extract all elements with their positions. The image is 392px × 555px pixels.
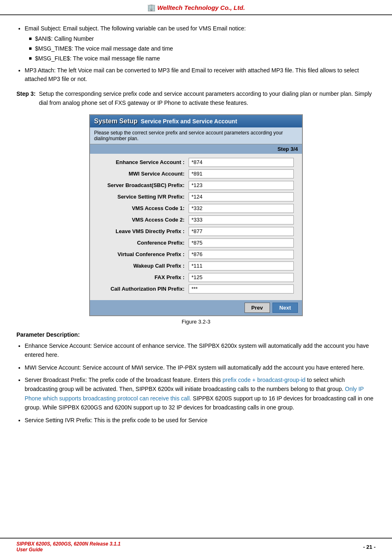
footer-line1: SIPPBX 6200S, 6200GS, 6200N Release 3.1.… bbox=[16, 541, 121, 547]
step3-section: Step 3: Setup the corresponding service … bbox=[16, 89, 376, 108]
field-input[interactable] bbox=[189, 250, 294, 259]
bullet-mp3-attach: MP3 Attach: The left Voice mail can be c… bbox=[25, 66, 376, 83]
field-row: MWI Service Account: bbox=[98, 169, 294, 178]
footer-left: SIPPBX 6200S, 6200GS, 6200N Release 3.1.… bbox=[16, 541, 121, 553]
logo-icon: 🏢 bbox=[147, 4, 156, 12]
page-footer: SIPPBX 6200S, 6200GS, 6200N Release 3.1.… bbox=[0, 538, 392, 555]
param-broadcast: Server Broadcast Prefix: The prefix code… bbox=[25, 375, 376, 412]
field-label: Service Setting IVR Prefix: bbox=[98, 194, 189, 200]
field-input[interactable] bbox=[189, 204, 294, 213]
param-section: Parameter Description: Enhance Service A… bbox=[16, 331, 376, 425]
footer-page-number: - 21 - bbox=[363, 544, 376, 550]
bullet-email-subject: Email Subject: Email subject. The follow… bbox=[25, 24, 376, 63]
setup-fields: Enhance Service Account :MWI Service Acc… bbox=[90, 154, 302, 300]
field-label: Leave VMS Directly Prefix : bbox=[98, 228, 189, 234]
setup-box: System Setup Service Prefix and Service … bbox=[89, 114, 303, 316]
param-service-setting: Service Setting IVR Prefix: This is the … bbox=[25, 416, 376, 425]
param-enhance: Enhance Service Account: Service account… bbox=[25, 341, 376, 360]
field-row: FAX Prefix : bbox=[98, 273, 294, 282]
field-input[interactable] bbox=[189, 227, 294, 236]
email-sub-list: $ANI$: Calling Number $MSG_TIME$: The vo… bbox=[29, 35, 376, 63]
field-label: Conference Prefix: bbox=[98, 240, 189, 246]
field-row: VMS Access Code 2: bbox=[98, 215, 294, 224]
setup-subtitle-inline: Service Prefix and Service Account bbox=[141, 118, 237, 125]
field-row: Leave VMS Directly Prefix : bbox=[98, 227, 294, 236]
field-input[interactable] bbox=[189, 192, 294, 201]
field-row: Virtual Conference Prefix : bbox=[98, 250, 294, 259]
broadcast-highlight1: prefix code + broadcast-group-id bbox=[222, 377, 305, 383]
figure-caption: Figure 3.2-3 bbox=[182, 319, 210, 325]
setup-box-step: Step 3/4 bbox=[90, 144, 302, 154]
main-content: Email Subject: Email subject. The follow… bbox=[0, 20, 392, 432]
field-label: Enhance Service Account : bbox=[98, 159, 189, 165]
field-input[interactable] bbox=[189, 238, 294, 247]
field-row: Wakeup Call Prefix : bbox=[98, 261, 294, 271]
field-input[interactable] bbox=[189, 261, 294, 271]
next-button[interactable]: Next bbox=[272, 303, 298, 313]
field-input[interactable] bbox=[189, 169, 294, 178]
param-title: Parameter Description: bbox=[16, 331, 376, 338]
step3-text: Setup the corresponding service prefix c… bbox=[39, 89, 376, 108]
field-label: VMS Access Code 2: bbox=[98, 217, 189, 223]
field-label: Server Broadcast(SBC) Prefix: bbox=[98, 182, 189, 188]
param-mwi: MWI Service Account: Service account of … bbox=[25, 363, 376, 372]
field-row: Service Setting IVR Prefix: bbox=[98, 192, 294, 201]
top-bullet-list: Email Subject: Email subject. The follow… bbox=[25, 24, 376, 83]
field-label: Virtual Conference Prefix : bbox=[98, 251, 189, 257]
field-label: VMS Access Code 1: bbox=[98, 205, 189, 211]
page-header: 🏢 Welltech Technology Co., Ltd. bbox=[0, 0, 392, 15]
param-list: Enhance Service Account: Service account… bbox=[25, 341, 376, 425]
company-name: Welltech Technology Co., Ltd. bbox=[157, 4, 245, 11]
field-input[interactable] bbox=[189, 215, 294, 224]
step3-label: Step 3: bbox=[16, 89, 36, 108]
sub-item-msg-file: $MSG_FILE$: The voice mail message file … bbox=[29, 54, 376, 63]
setup-box-subheader: Please setup the correct service prefix … bbox=[90, 127, 302, 144]
field-label: FAX Prefix : bbox=[98, 274, 189, 280]
setup-box-wrapper: System Setup Service Prefix and Service … bbox=[16, 114, 376, 325]
field-input[interactable] bbox=[189, 284, 294, 294]
company-logo: 🏢 Welltech Technology Co., Ltd. bbox=[147, 5, 245, 11]
footer-line2: User Guide bbox=[16, 547, 121, 553]
setup-title: System Setup bbox=[94, 118, 138, 125]
setup-box-header: System Setup Service Prefix and Service … bbox=[90, 115, 302, 127]
broadcast-text-before: Server Broadcast Prefix: The prefix code… bbox=[25, 377, 222, 383]
sub-item-msg-time: $MSG_TIME$: The voice mail message date … bbox=[29, 44, 376, 53]
field-row: Call Authorization PIN Prefix: bbox=[98, 284, 294, 294]
prev-button[interactable]: Prev bbox=[244, 303, 270, 313]
sub-item-ani: $ANI$: Calling Number bbox=[29, 35, 376, 43]
field-label: MWI Service Account: bbox=[98, 171, 189, 177]
field-label: Call Authorization PIN Prefix: bbox=[98, 286, 189, 292]
field-row: Conference Prefix: bbox=[98, 238, 294, 247]
field-row: Enhance Service Account : bbox=[98, 158, 294, 167]
field-input[interactable] bbox=[189, 158, 294, 167]
field-input[interactable] bbox=[189, 181, 294, 190]
field-label: Wakeup Call Prefix : bbox=[98, 263, 189, 269]
field-input[interactable] bbox=[189, 273, 294, 282]
field-row: Server Broadcast(SBC) Prefix: bbox=[98, 181, 294, 190]
field-row: VMS Access Code 1: bbox=[98, 204, 294, 213]
setup-footer: Prev Next bbox=[90, 300, 302, 315]
